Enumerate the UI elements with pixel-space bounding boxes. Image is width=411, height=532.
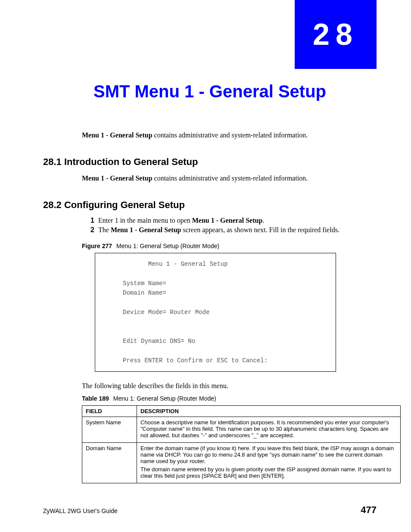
chapter-title: SMT Menu 1 - General Setup xyxy=(43,82,377,101)
th-field: FIELD xyxy=(82,406,137,417)
table-header-row: FIELD DESCRIPTION xyxy=(82,406,401,417)
step-post: screen appears, as shown next. Fill in t… xyxy=(181,226,339,233)
step-number: 1 xyxy=(90,217,98,224)
step-pre: Enter 1 in the main menu to open xyxy=(98,217,192,224)
lead-bold: Menu 1 - General Setup xyxy=(82,131,153,139)
table-row: System Name Choose a descriptive name fo… xyxy=(82,417,401,443)
field-desc-cell: Enter the domain name (if you know it) h… xyxy=(137,443,401,483)
section-28-1-rest: contains administrative and system-relat… xyxy=(153,174,308,182)
step-1: 1Enter 1 in the main menu to open Menu 1… xyxy=(90,217,377,224)
desc-paragraph: Choose a descriptive name for identifica… xyxy=(140,419,397,439)
figure-caption: Figure 277Menu 1: General Setup (Router … xyxy=(82,243,377,249)
step-post: . xyxy=(262,217,264,224)
table-label: Table 189 xyxy=(82,395,109,402)
table-row: Domain Name Enter the domain name (if yo… xyxy=(82,443,401,483)
chapter-number-box: 28 xyxy=(295,0,377,69)
lead-paragraph: Menu 1 - General Setup contains administ… xyxy=(82,131,377,139)
step-bold: Menu 1 - General Setup xyxy=(111,226,181,233)
field-name-cell: Domain Name xyxy=(82,443,137,483)
page-content: SMT Menu 1 - General Setup Menu 1 - Gene… xyxy=(0,82,411,509)
fields-table: FIELD DESCRIPTION System Name Choose a d… xyxy=(82,405,401,483)
steps-list: 1Enter 1 in the main menu to open Menu 1… xyxy=(90,217,377,234)
after-figure-paragraph: The following table describes the fields… xyxy=(82,382,377,390)
step-number: 2 xyxy=(90,226,98,234)
step-bold: Menu 1 - General Setup xyxy=(192,217,263,224)
chapter-number: 28 xyxy=(313,17,358,52)
table-caption: Table 189Menu 1: General Setup (Router M… xyxy=(82,395,377,402)
footer-guide-title: ZyWALL 2WG User's Guide xyxy=(43,507,118,514)
section-28-1-body: Menu 1 - General Setup contains administ… xyxy=(82,174,377,182)
step-2: 2The Menu 1 - General Setup screen appea… xyxy=(90,226,377,234)
figure-caption-text: Menu 1: General Setup (Router Mode) xyxy=(116,243,219,249)
figure-label: Figure 277 xyxy=(82,243,112,249)
desc-paragraph: Enter the domain name (if you know it) h… xyxy=(140,445,397,464)
step-pre: The xyxy=(98,226,111,233)
page-footer: ZyWALL 2WG User's Guide 477 xyxy=(43,504,377,516)
lead-rest: contains administrative and system-relat… xyxy=(153,131,308,139)
section-28-2-heading: 28.2 Configuring General Setup xyxy=(43,199,377,211)
terminal-screenshot: Menu 1 - General Setup System Name= Doma… xyxy=(95,253,336,372)
th-description: DESCRIPTION xyxy=(137,406,401,417)
section-28-1-bold: Menu 1 - General Setup xyxy=(82,174,153,182)
footer-page-number: 477 xyxy=(361,504,377,516)
section-28-1-heading: 28.1 Introduction to General Setup xyxy=(43,156,377,168)
field-desc-cell: Choose a descriptive name for identifica… xyxy=(137,417,401,443)
field-name-cell: System Name xyxy=(82,417,137,443)
table-caption-text: Menu 1: General Setup (Router Mode) xyxy=(113,395,216,402)
desc-paragraph: The domain name entered by you is given … xyxy=(140,466,397,479)
